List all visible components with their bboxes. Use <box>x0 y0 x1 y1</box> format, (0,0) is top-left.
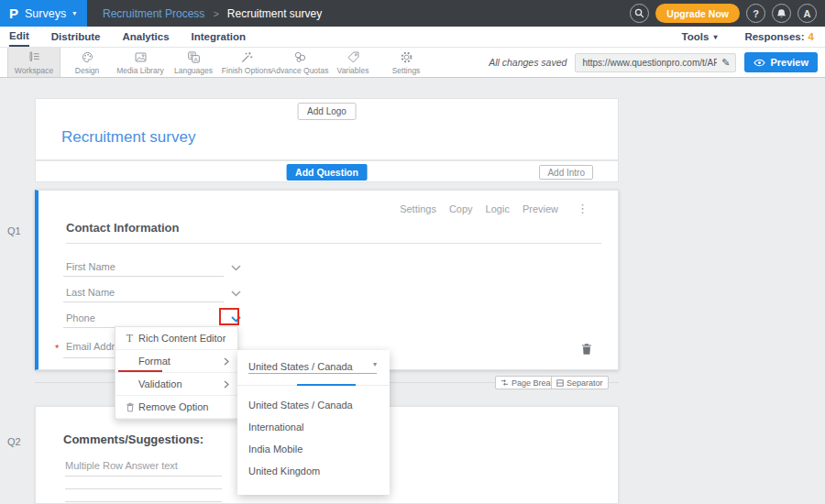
chevron-down-icon[interactable] <box>231 265 241 271</box>
questionpro-survey-editor: P Surveys ▾ Recruitment Process > Recrui… <box>0 0 825 504</box>
caret-down-icon: ▾ <box>713 33 717 41</box>
breadcrumb-parent[interactable]: Recruitment Process <box>103 7 204 20</box>
survey-header-block: Add Logo Recruitment survey <box>35 98 619 160</box>
field-row-first-name[interactable]: First Name <box>63 258 224 277</box>
eye-icon <box>754 59 765 67</box>
field-label: First Name <box>66 261 116 272</box>
tools-label: Tools <box>682 31 710 42</box>
menu-item-remove-option[interactable]: Remove Option <box>116 396 237 419</box>
field-row-phone[interactable]: Phone <box>63 310 224 328</box>
required-asterisk: * <box>55 343 59 354</box>
toolbar-tab-design[interactable]: Design <box>60 48 114 77</box>
toolbar-tab-settings[interactable]: Settings <box>380 48 433 77</box>
answer-line <box>65 501 222 502</box>
field-row-last-name[interactable]: Last Name <box>63 284 224 302</box>
field-label: Last Name <box>66 287 115 298</box>
answer-line <box>65 476 222 477</box>
question-action-preview[interactable]: Preview <box>522 203 558 214</box>
format-option-us-canada[interactable]: United States / Canada <box>237 394 390 416</box>
format-select[interactable]: United States / Canada ▾ <box>248 357 377 374</box>
more-options-icon[interactable]: ⋮ <box>577 202 588 215</box>
responses-link[interactable]: Responses:4 <box>744 31 814 42</box>
separator-button[interactable]: Separator <box>551 376 609 389</box>
breadcrumb-current: Recruitment survey <box>227 7 322 20</box>
responses-label: Responses: <box>744 31 804 42</box>
survey-title[interactable]: Recruitment survey <box>61 128 195 147</box>
pencil-icon[interactable]: ✎ <box>720 57 735 69</box>
nav-tab-distribute[interactable]: Distribute <box>51 27 101 47</box>
delete-question-button[interactable] <box>581 343 592 358</box>
settings-icon <box>400 50 413 64</box>
nav-tab-analytics[interactable]: Analytics <box>122 27 169 47</box>
survey-url-input[interactable] <box>576 58 720 68</box>
toolbar-tab-finish-options[interactable]: Finish Options <box>220 48 273 77</box>
question-gutter-q2: Q2 <box>7 436 21 447</box>
format-submenu: United States / Canada ▾ United States /… <box>237 350 390 495</box>
top-bar: P Surveys ▾ Recruitment Process > Recrui… <box>0 0 825 27</box>
question-action-copy[interactable]: Copy <box>449 203 473 214</box>
annotation-underline <box>118 370 162 372</box>
nav-tab-integration[interactable]: Integration <box>192 27 246 47</box>
survey-canvas: Q1 Q2 Add Logo Recruitment survey Add Qu… <box>0 78 825 504</box>
avatar[interactable]: A <box>798 4 817 23</box>
question-action-settings[interactable]: Settings <box>400 203 436 214</box>
field-label: Phone <box>66 312 95 323</box>
add-question-button[interactable]: Add Question <box>286 164 368 181</box>
trash-icon <box>581 343 592 356</box>
toolbar-tab-variables[interactable]: Variables <box>326 48 380 77</box>
annotation-highlight-box <box>219 308 239 325</box>
separator-icon <box>556 379 564 387</box>
main-nav: Edit Distribute Analytics Integration To… <box>0 27 825 48</box>
submenu-divider-accent <box>297 384 356 386</box>
question-action-logic[interactable]: Logic <box>486 203 510 214</box>
context-menu: T Rich Content Editor Format Validation … <box>115 326 238 420</box>
design-icon <box>81 50 94 64</box>
upgrade-now-button[interactable]: Upgrade Now <box>655 4 740 23</box>
media-library-icon <box>134 50 148 64</box>
add-logo-button[interactable]: Add Logo <box>297 103 357 120</box>
variables-icon <box>346 50 360 64</box>
toolbar-tab-media-library[interactable]: Media Library <box>114 48 167 77</box>
help-button[interactable]: ? <box>746 4 765 23</box>
trash-icon <box>126 402 135 412</box>
advance-quotas-icon <box>293 50 307 64</box>
add-question-row: Add Question Add Intro <box>35 160 619 182</box>
format-option-international[interactable]: International <box>237 416 390 438</box>
save-status: All changes saved <box>489 57 566 68</box>
notifications-button[interactable] <box>772 4 791 23</box>
chevron-right-icon <box>224 380 229 389</box>
workspace-icon <box>28 50 41 64</box>
toolbar-tab-languages[interactable]: A Languages <box>167 48 220 77</box>
menu-item-validation[interactable]: Validation <box>116 373 237 396</box>
format-option-india-mobile[interactable]: India Mobile <box>237 438 390 460</box>
toolbar-tab-workspace[interactable]: Workspace <box>7 48 60 77</box>
page-break-icon <box>500 378 509 387</box>
question-title[interactable]: Contact Information <box>66 221 180 235</box>
rich-text-icon: T <box>126 332 133 345</box>
format-option-united-kingdom[interactable]: United Kingdom <box>237 460 390 482</box>
question-gutter-q1: Q1 <box>7 225 21 236</box>
nav-right: Tools ▾ Responses:4 <box>682 27 825 47</box>
languages-icon: A <box>187 50 201 64</box>
survey-url-box: ✎ <box>575 53 736 72</box>
toolbar-right: All changes saved ✎ Preview <box>489 48 818 77</box>
surveys-product-menu[interactable]: P Surveys ▾ <box>0 0 87 27</box>
finish-options-icon <box>240 50 254 64</box>
answer-line <box>65 488 222 489</box>
answer-placeholder[interactable]: Multiple Row Answer text <box>65 460 178 471</box>
nav-tab-edit[interactable]: Edit <box>9 27 29 47</box>
breadcrumb: Recruitment Process > Recruitment survey <box>103 7 322 20</box>
menu-item-rich-content-editor[interactable]: T Rich Content Editor <box>116 327 237 350</box>
caret-down-icon: ▾ <box>373 360 377 368</box>
preview-button[interactable]: Preview <box>744 52 818 72</box>
topbar-actions: Upgrade Now ? A <box>630 4 825 23</box>
add-intro-button[interactable]: Add Intro <box>539 165 593 180</box>
question-title[interactable]: Comments/Suggestions: <box>63 433 204 446</box>
product-menu-label: Surveys <box>25 7 66 20</box>
tools-menu[interactable]: Tools ▾ <box>682 31 718 42</box>
toolbar-tab-advance-quotas[interactable]: Advance Quotas <box>273 48 326 77</box>
search-button[interactable] <box>630 4 649 23</box>
editor-toolbar: Workspace Design Media Library A Languag… <box>0 48 825 78</box>
chevron-down-icon[interactable] <box>231 290 241 297</box>
question-title-divider <box>66 243 601 244</box>
